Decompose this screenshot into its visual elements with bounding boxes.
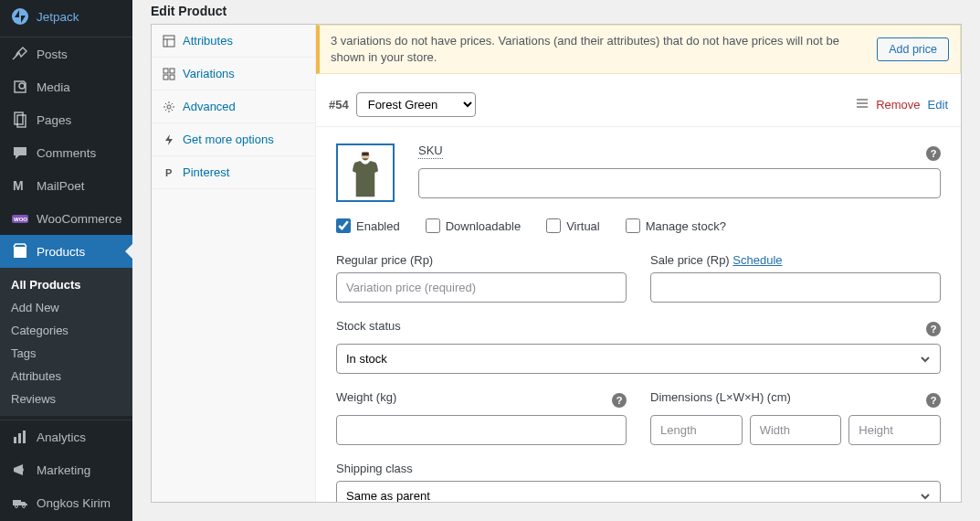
- sidebar-item-pages[interactable]: Pages: [0, 103, 132, 136]
- variation-image-thumb[interactable]: [336, 144, 395, 202]
- weight-input[interactable]: [336, 415, 627, 445]
- main-content: Edit Product AttributesVariationsAdvance…: [132, 0, 980, 521]
- sidebar-item-label: Media: [37, 80, 70, 94]
- svg-rect-19: [170, 75, 174, 80]
- variations-panel: 3 variations do not have prices. Variati…: [316, 25, 961, 502]
- submenu-item-categories[interactable]: Categories: [0, 319, 132, 342]
- sidebar-item-woocommerce[interactable]: WOOWooCommerce: [0, 202, 132, 235]
- svg-point-0: [12, 8, 28, 25]
- product-data-panel: AttributesVariationsAdvancedGet more opt…: [151, 24, 962, 503]
- pinterest-icon: P: [163, 166, 175, 179]
- svg-text:WOO: WOO: [14, 217, 27, 222]
- variation-header[interactable]: #54 Forest Green Remove Edit: [316, 83, 961, 127]
- help-icon[interactable]: ?: [926, 322, 941, 336]
- schedule-link[interactable]: Schedule: [732, 253, 782, 267]
- woo-icon: WOO: [11, 209, 29, 228]
- downloadable-checkbox[interactable]: Downloadable: [426, 218, 521, 233]
- media-icon: [11, 78, 29, 96]
- products-icon: [11, 242, 29, 260]
- sidebar-item-analytics[interactable]: Analytics: [0, 420, 132, 453]
- tab-label: Variations: [183, 67, 235, 80]
- submenu-item-reviews[interactable]: Reviews: [0, 388, 132, 410]
- svg-rect-7: [14, 437, 16, 443]
- notice-text: 3 variations do not have prices. Variati…: [331, 33, 866, 66]
- svg-rect-18: [163, 75, 168, 80]
- sidebar-item-label: Ongkos Kirim: [37, 496, 111, 510]
- svg-rect-2: [17, 115, 26, 127]
- drag-handle-icon[interactable]: [856, 97, 869, 112]
- gear-icon: [163, 101, 175, 113]
- tab-pinterest[interactable]: PPinterest: [152, 156, 315, 189]
- stock-status-select[interactable]: In stock: [336, 344, 941, 374]
- shipping-class-label: Shipping class: [336, 462, 941, 475]
- submenu-item-attributes[interactable]: Attributes: [0, 365, 132, 388]
- analytics-icon: [11, 428, 29, 446]
- sale-price-input[interactable]: [650, 272, 941, 303]
- sidebar-item-products[interactable]: Products: [0, 235, 132, 268]
- height-input[interactable]: [848, 415, 941, 445]
- variation-options-row: Enabled Downloadable Virtual Manage stoc…: [336, 218, 941, 233]
- sidebar-item-label: Products: [37, 245, 85, 259]
- sidebar-item-mailpoet[interactable]: MMailPoet: [0, 169, 132, 202]
- submenu-item-all-products[interactable]: All Products: [0, 273, 132, 296]
- help-icon[interactable]: ?: [926, 393, 941, 408]
- svg-rect-6: [14, 247, 26, 258]
- sidebar-item-comments[interactable]: Comments: [0, 136, 132, 169]
- tab-variations[interactable]: Variations: [152, 58, 315, 90]
- truck-icon: [11, 494, 29, 512]
- tab-get-more-options[interactable]: Get more options: [152, 123, 315, 156]
- svg-rect-1: [15, 112, 23, 124]
- width-input[interactable]: [750, 415, 842, 445]
- sidebar-item-posts[interactable]: Posts: [0, 37, 132, 70]
- shipping-class-select[interactable]: Same as parent: [336, 481, 941, 502]
- virtual-checkbox[interactable]: Virtual: [546, 218, 600, 233]
- jetpack-icon: [11, 7, 29, 26]
- svg-rect-24: [362, 153, 368, 156]
- tab-label: Advanced: [183, 100, 236, 113]
- svg-rect-9: [23, 431, 26, 443]
- dimensions-label: Dimensions (L×W×H) (cm): [650, 390, 791, 404]
- sidebar-item-marketing[interactable]: Marketing: [0, 453, 132, 486]
- help-icon[interactable]: ?: [612, 393, 627, 408]
- sidebar-item-media[interactable]: Media: [0, 70, 132, 103]
- submenu-item-tags[interactable]: Tags: [0, 342, 132, 365]
- svg-rect-17: [170, 69, 174, 73]
- grid-icon: [163, 68, 175, 80]
- pages-icon: [11, 111, 29, 129]
- page-title: Edit Product: [151, 4, 962, 18]
- sidebar-item-label: Analytics: [37, 431, 86, 444]
- regular-price-input[interactable]: [336, 272, 627, 303]
- variation-number: #54: [329, 98, 349, 112]
- bolt-icon: [163, 133, 175, 146]
- help-icon[interactable]: ?: [926, 146, 941, 161]
- remove-variation-link[interactable]: Remove: [876, 98, 920, 112]
- submenu-item-add-new[interactable]: Add New: [0, 296, 132, 319]
- variation-attribute-select[interactable]: Forest Green: [356, 92, 476, 117]
- product-data-tabs: AttributesVariationsAdvancedGet more opt…: [152, 25, 316, 502]
- sale-price-label: Sale price (Rp) Schedule: [650, 253, 941, 267]
- edit-variation-link[interactable]: Edit: [928, 98, 948, 112]
- sidebar-item-label: Comments: [37, 146, 96, 160]
- sidebar-item-label: Jetpack: [37, 10, 79, 24]
- tab-label: Get more options: [183, 133, 274, 146]
- tab-label: Attributes: [183, 34, 233, 48]
- comment-icon: [11, 144, 29, 162]
- tab-advanced[interactable]: Advanced: [152, 90, 315, 123]
- marketing-icon: [11, 461, 29, 479]
- sidebar-item-label: Pages: [37, 113, 71, 127]
- enabled-checkbox[interactable]: Enabled: [336, 218, 400, 233]
- sku-input[interactable]: [418, 168, 941, 198]
- page-title-bar: Edit Product: [132, 0, 980, 24]
- manage-stock-checkbox[interactable]: Manage stock?: [626, 218, 726, 233]
- sidebar-item-jetpack[interactable]: Jetpack: [0, 0, 132, 33]
- length-input[interactable]: [650, 415, 743, 445]
- tab-attributes[interactable]: Attributes: [152, 25, 315, 58]
- stock-status-label: Stock status: [336, 319, 401, 333]
- svg-text:M: M: [13, 178, 24, 193]
- add-price-button[interactable]: Add price: [877, 37, 949, 61]
- variation-body: SKU ? Enabled Downloadable Virtual Manag…: [316, 127, 961, 502]
- sidebar-item-ongkos-kirim[interactable]: Ongkos Kirim: [0, 486, 132, 519]
- tab-label: Pinterest: [183, 165, 229, 179]
- sidebar-item-label: WooCommerce: [37, 212, 122, 226]
- svg-point-11: [16, 505, 18, 508]
